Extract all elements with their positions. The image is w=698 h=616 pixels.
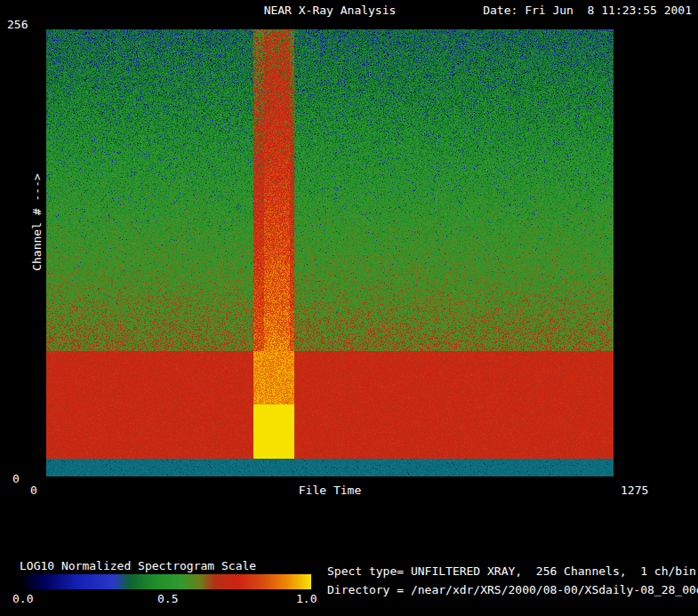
- x-axis-min-label: 0: [30, 484, 37, 496]
- x-axis-max-label: 1275: [621, 484, 648, 496]
- date-label: Date: Fri Jun 8 11:23:55 2001: [483, 4, 692, 16]
- colorbar-title: LOG10 Normalized Spectrogram Scale: [20, 560, 256, 572]
- spect-type-label: Spect type= UNFILTERED XRAY, 256 Channel…: [327, 565, 696, 577]
- xray-analysis-window: NEAR X-Ray Analysis Date: Fri Jun 8 11:2…: [0, 0, 698, 616]
- directory-label: Directory = /near/xdr/XRS/2000/08-00/XSd…: [327, 584, 698, 596]
- colorbar-tick-mid: 0.5: [157, 593, 178, 604]
- x-axis-title: File Time: [46, 484, 614, 496]
- colorbar-tick-min: 0.0: [12, 593, 33, 604]
- colorbar-tick-max: 1.0: [296, 593, 317, 604]
- y-axis-min-label: 0: [12, 473, 20, 484]
- colorbar-gradient: [20, 574, 311, 589]
- y-axis-max-label: 256: [7, 19, 28, 30]
- y-axis-title: Channel # --->: [31, 173, 43, 271]
- spectrogram-heatmap: [46, 29, 614, 476]
